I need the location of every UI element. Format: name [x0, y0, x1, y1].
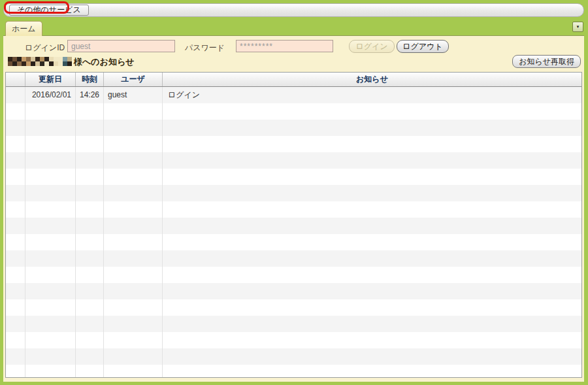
cell-update-date [25, 169, 76, 185]
cell-user [104, 103, 163, 120]
table-row[interactable] [6, 332, 581, 348]
cell-time [76, 218, 104, 234]
tab-home[interactable]: ホーム [5, 21, 42, 36]
cell-selector [6, 316, 25, 332]
mosaic-pixel [40, 57, 44, 61]
tab-list-dropdown-button[interactable]: ▼ [572, 22, 583, 32]
cell-notice [163, 152, 581, 169]
cell-notice [163, 103, 581, 120]
notice-table-header: 更新日時刻ユーザお知らせ [6, 73, 581, 87]
table-row[interactable] [6, 250, 581, 267]
cell-user [104, 234, 163, 250]
notice-table: 更新日時刻ユーザお知らせ 2016/02/0114:26guestログイン [5, 72, 582, 378]
cell-update-date [25, 234, 76, 250]
cell-user [104, 365, 163, 378]
mosaic-pixel [58, 61, 63, 66]
logout-button[interactable]: ログアウト [397, 40, 449, 53]
mosaic-pixel [35, 61, 40, 66]
cell-user [104, 299, 163, 316]
cell-time [76, 152, 104, 169]
table-row[interactable] [6, 234, 581, 250]
mosaic-pixel [8, 57, 12, 61]
cell-update-date [25, 267, 76, 283]
column-header-selector[interactable] [6, 73, 25, 86]
cell-notice [163, 299, 581, 316]
cell-update-date [25, 250, 76, 267]
table-row[interactable] [6, 348, 581, 365]
table-row[interactable] [6, 267, 581, 283]
cell-time [76, 283, 104, 299]
cell-user [104, 152, 163, 169]
cell-user [104, 218, 163, 234]
cell-update-date [25, 283, 76, 299]
mosaic-pixel [54, 57, 58, 61]
cell-selector [6, 120, 25, 136]
cell-notice [163, 365, 581, 378]
table-row[interactable] [6, 136, 581, 152]
table-row[interactable] [6, 218, 581, 234]
password-label: パスワード [185, 42, 225, 54]
mosaic-pixel [49, 61, 54, 66]
tab-home-label: ホーム [12, 24, 36, 33]
cell-notice [163, 201, 581, 218]
table-row[interactable] [6, 152, 581, 169]
mosaic-pixel [63, 61, 67, 66]
table-row[interactable] [6, 316, 581, 332]
cell-update-date [25, 299, 76, 316]
table-row[interactable] [6, 283, 581, 299]
cell-time [76, 316, 104, 332]
cell-selector [6, 185, 25, 201]
cell-update-date [25, 103, 76, 120]
cell-selector [6, 218, 25, 234]
cell-user [104, 250, 163, 267]
cell-selector [6, 348, 25, 365]
refresh-notices-button[interactable]: お知らせ再取得 [512, 55, 581, 68]
cell-time [76, 299, 104, 316]
cell-user [104, 332, 163, 348]
table-row[interactable] [6, 201, 581, 218]
cell-selector [6, 234, 25, 250]
other-services-button[interactable]: その他のサービス [9, 5, 89, 16]
cell-notice: ログイン [163, 87, 581, 103]
table-row[interactable] [6, 120, 581, 136]
cell-user: guest [104, 87, 163, 103]
cell-selector [6, 87, 25, 103]
cell-update-date: 2016/02/01 [25, 87, 76, 103]
column-header-update-date[interactable]: 更新日 [25, 73, 76, 86]
cell-time [76, 120, 104, 136]
mosaic-pixel [40, 61, 44, 66]
table-row[interactable] [6, 185, 581, 201]
mosaic-pixel [67, 61, 72, 66]
table-row[interactable]: 2016/02/0114:26guestログイン [6, 87, 581, 103]
column-header-notice[interactable]: お知らせ [163, 73, 581, 86]
mosaic-pixel [12, 61, 17, 66]
table-row[interactable] [6, 365, 581, 378]
home-panel: ログインID パスワード ログイン ログアウト 様へのお知らせ お知らせ再取得 … [3, 35, 584, 382]
column-header-time[interactable]: 時刻 [76, 73, 104, 86]
mosaic-pixel [17, 61, 22, 66]
login-button[interactable]: ログイン [349, 40, 395, 53]
notice-heading: 様へのお知らせ [74, 56, 135, 68]
mosaic-pixel [67, 57, 72, 61]
app-window: { "menubar": { "other_services_button": … [0, 0, 588, 385]
cell-selector [6, 299, 25, 316]
cell-user [104, 120, 163, 136]
password-input[interactable] [236, 40, 333, 52]
table-row[interactable] [6, 169, 581, 185]
mosaic-pixel [17, 57, 22, 61]
cell-time [76, 185, 104, 201]
menu-bar: その他のサービス [3, 3, 584, 17]
column-header-user[interactable]: ユーザ [104, 73, 163, 86]
table-row[interactable] [6, 299, 581, 316]
cell-update-date [25, 136, 76, 152]
cell-time [76, 103, 104, 120]
mosaic-pixel [31, 61, 35, 66]
cell-selector [6, 250, 25, 267]
login-id-input[interactable] [67, 40, 175, 52]
cell-user [104, 283, 163, 299]
cell-notice [163, 120, 581, 136]
mosaic-pixel [31, 57, 35, 61]
mosaic-pixel [44, 57, 49, 61]
table-row[interactable] [6, 103, 581, 120]
cell-user [104, 201, 163, 218]
